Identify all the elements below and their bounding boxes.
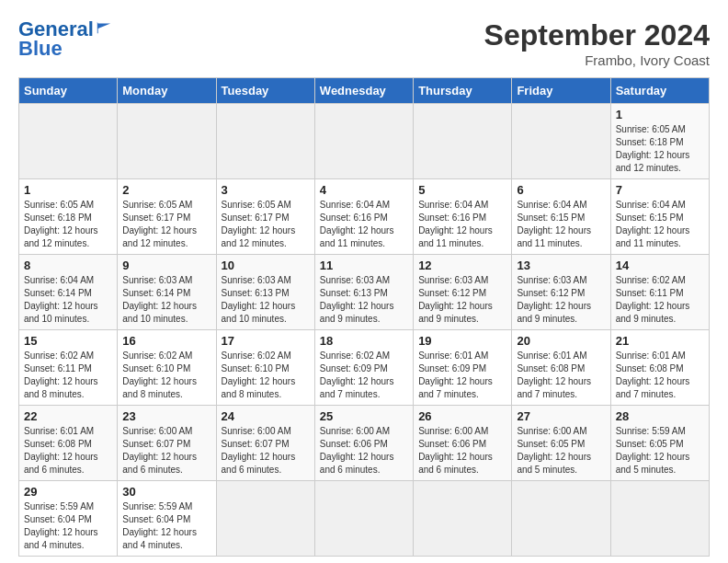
day-info: Sunrise: 6:04 AM Sunset: 6:15 PM Dayligh… [517, 199, 605, 250]
calendar-cell: 3 Sunrise: 6:05 AM Sunset: 6:17 PM Dayli… [216, 179, 314, 255]
day-info: Sunrise: 6:02 AM Sunset: 6:11 PM Dayligh… [616, 274, 704, 326]
day-info: Sunrise: 5:59 AM Sunset: 6:05 PM Dayligh… [616, 425, 704, 477]
day-number: 10 [222, 259, 310, 272]
calendar-week-6: 29 Sunrise: 5:59 AM Sunset: 6:04 PM Dayl… [19, 481, 710, 557]
page-header: General Blue September 2024 Frambo, Ivor… [18, 18, 710, 68]
calendar-cell [19, 104, 118, 179]
calendar-cell: 8 Sunrise: 6:04 AM Sunset: 6:14 PM Dayli… [19, 255, 118, 330]
day-number: 30 [122, 485, 210, 499]
day-number: 16 [122, 334, 210, 348]
day-number: 6 [517, 183, 605, 197]
day-number: 24 [222, 409, 310, 423]
calendar-cell: 20 Sunrise: 6:01 AM Sunset: 6:08 PM Dayl… [512, 330, 610, 406]
logo: General Blue [18, 18, 112, 61]
day-info: Sunrise: 6:05 AM Sunset: 6:18 PM Dayligh… [616, 123, 704, 175]
calendar-cell: 21 Sunrise: 6:01 AM Sunset: 6:08 PM Dayl… [610, 330, 709, 406]
day-number: 11 [320, 259, 408, 272]
calendar-cell [216, 481, 314, 557]
calendar-cell: 18 Sunrise: 6:02 AM Sunset: 6:09 PM Dayl… [314, 330, 413, 406]
day-info: Sunrise: 6:02 AM Sunset: 6:10 PM Dayligh… [122, 350, 210, 401]
day-info: Sunrise: 6:05 AM Sunset: 6:17 PM Dayligh… [222, 199, 310, 250]
day-info: Sunrise: 6:03 AM Sunset: 6:13 PM Dayligh… [320, 274, 408, 326]
day-number: 22 [24, 409, 112, 423]
day-number: 21 [616, 334, 704, 348]
calendar-week-4: 15 Sunrise: 6:02 AM Sunset: 6:11 PM Dayl… [19, 330, 710, 406]
calendar-cell: 17 Sunrise: 6:02 AM Sunset: 6:10 PM Dayl… [216, 330, 314, 406]
calendar-cell: 4 Sunrise: 6:04 AM Sunset: 6:16 PM Dayli… [314, 179, 413, 255]
calendar-cell: 13 Sunrise: 6:03 AM Sunset: 6:12 PM Dayl… [512, 255, 610, 330]
day-number: 14 [616, 259, 704, 272]
day-info: Sunrise: 6:00 AM Sunset: 6:05 PM Dayligh… [517, 425, 605, 477]
day-number: 29 [24, 485, 112, 499]
calendar-cell: 26 Sunrise: 6:00 AM Sunset: 6:06 PM Dayl… [414, 406, 512, 481]
calendar-cell: 28 Sunrise: 5:59 AM Sunset: 6:05 PM Dayl… [610, 406, 709, 481]
col-thursday: Thursday [414, 78, 512, 104]
calendar-cell [314, 104, 413, 179]
calendar-cell [414, 104, 512, 179]
calendar-cell: 10 Sunrise: 6:03 AM Sunset: 6:13 PM Dayl… [216, 255, 314, 330]
day-number: 4 [320, 183, 408, 197]
day-info: Sunrise: 6:02 AM Sunset: 6:11 PM Dayligh… [24, 350, 112, 401]
calendar-cell: 11 Sunrise: 6:03 AM Sunset: 6:13 PM Dayl… [314, 255, 413, 330]
day-number: 13 [517, 259, 605, 272]
col-monday: Monday [118, 78, 216, 104]
calendar-cell [118, 104, 216, 179]
day-info: Sunrise: 6:04 AM Sunset: 6:16 PM Dayligh… [418, 199, 506, 250]
col-friday: Friday [512, 78, 610, 104]
calendar-cell [512, 104, 610, 179]
day-number: 25 [320, 409, 408, 423]
day-info: Sunrise: 5:59 AM Sunset: 6:04 PM Dayligh… [122, 500, 210, 552]
day-info: Sunrise: 6:01 AM Sunset: 6:08 PM Dayligh… [517, 350, 605, 401]
day-number: 15 [24, 334, 112, 348]
day-number: 1 [616, 108, 704, 121]
calendar-cell: 16 Sunrise: 6:02 AM Sunset: 6:10 PM Dayl… [118, 330, 216, 406]
calendar-cell [610, 481, 709, 557]
calendar-cell: 30 Sunrise: 5:59 AM Sunset: 6:04 PM Dayl… [118, 481, 216, 557]
day-number: 9 [122, 259, 210, 272]
day-info: Sunrise: 6:03 AM Sunset: 6:12 PM Dayligh… [418, 274, 506, 326]
calendar-week-5: 22 Sunrise: 6:01 AM Sunset: 6:08 PM Dayl… [19, 406, 710, 481]
calendar-table: Sunday Monday Tuesday Wednesday Thursday… [18, 77, 710, 557]
day-number: 12 [418, 259, 506, 272]
col-sunday: Sunday [19, 78, 118, 104]
day-number: 7 [616, 183, 704, 197]
calendar-cell: 9 Sunrise: 6:03 AM Sunset: 6:14 PM Dayli… [118, 255, 216, 330]
calendar-cell: 2 Sunrise: 6:05 AM Sunset: 6:17 PM Dayli… [118, 179, 216, 255]
day-info: Sunrise: 6:01 AM Sunset: 6:08 PM Dayligh… [616, 350, 704, 401]
day-info: Sunrise: 6:01 AM Sunset: 6:09 PM Dayligh… [418, 350, 506, 401]
calendar-cell: 5 Sunrise: 6:04 AM Sunset: 6:16 PM Dayli… [414, 179, 512, 255]
day-number: 8 [24, 259, 112, 272]
day-number: 18 [320, 334, 408, 348]
calendar-cell: 15 Sunrise: 6:02 AM Sunset: 6:11 PM Dayl… [19, 330, 118, 406]
col-saturday: Saturday [610, 78, 709, 104]
day-info: Sunrise: 6:00 AM Sunset: 6:07 PM Dayligh… [122, 425, 210, 477]
col-tuesday: Tuesday [216, 78, 314, 104]
calendar-week-1: 1 Sunrise: 6:05 AM Sunset: 6:18 PM Dayli… [19, 104, 710, 179]
day-number: 19 [418, 334, 506, 348]
day-info: Sunrise: 6:03 AM Sunset: 6:13 PM Dayligh… [222, 274, 310, 326]
calendar-cell: 27 Sunrise: 6:00 AM Sunset: 6:05 PM Dayl… [512, 406, 610, 481]
day-number: 27 [517, 409, 605, 423]
calendar-cell: 14 Sunrise: 6:02 AM Sunset: 6:11 PM Dayl… [610, 255, 709, 330]
calendar-cell: 1 Sunrise: 6:05 AM Sunset: 6:18 PM Dayli… [19, 179, 118, 255]
calendar-cell: 22 Sunrise: 6:01 AM Sunset: 6:08 PM Dayl… [19, 406, 118, 481]
day-info: Sunrise: 6:04 AM Sunset: 6:14 PM Dayligh… [24, 274, 112, 326]
calendar-cell: 29 Sunrise: 5:59 AM Sunset: 6:04 PM Dayl… [19, 481, 118, 557]
calendar-week-2: 1 Sunrise: 6:05 AM Sunset: 6:18 PM Dayli… [19, 179, 710, 255]
col-wednesday: Wednesday [314, 78, 413, 104]
calendar-cell: 23 Sunrise: 6:00 AM Sunset: 6:07 PM Dayl… [118, 406, 216, 481]
day-info: Sunrise: 6:00 AM Sunset: 6:06 PM Dayligh… [320, 425, 408, 477]
day-info: Sunrise: 6:01 AM Sunset: 6:08 PM Dayligh… [24, 425, 112, 477]
calendar-cell: 12 Sunrise: 6:03 AM Sunset: 6:12 PM Dayl… [414, 255, 512, 330]
day-number: 5 [418, 183, 506, 197]
location: Frambo, Ivory Coast [484, 52, 710, 68]
day-number: 3 [222, 183, 310, 197]
calendar-cell [216, 104, 314, 179]
day-number: 17 [222, 334, 310, 348]
month-title: September 2024 [484, 18, 710, 52]
title-area: September 2024 Frambo, Ivory Coast [484, 18, 710, 68]
calendar-cell [314, 481, 413, 557]
calendar-week-3: 8 Sunrise: 6:04 AM Sunset: 6:14 PM Dayli… [19, 255, 710, 330]
day-info: Sunrise: 6:02 AM Sunset: 6:10 PM Dayligh… [222, 350, 310, 401]
header-row: Sunday Monday Tuesday Wednesday Thursday… [19, 78, 710, 104]
